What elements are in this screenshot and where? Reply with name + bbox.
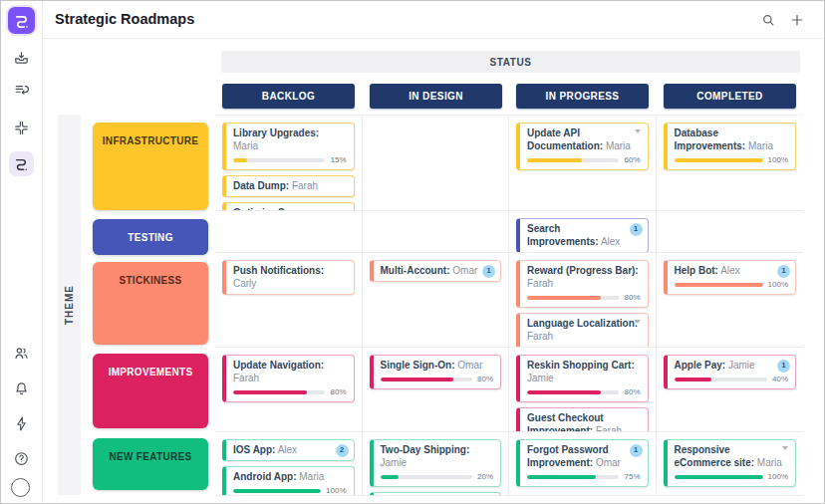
card-assignee: Farah bbox=[233, 373, 259, 383]
card-assignee: Jamie bbox=[527, 373, 554, 383]
grid-cell[interactable]: Help Bot: Alex1100% bbox=[657, 253, 804, 348]
theme-row-improvements[interactable]: IMPROVEMENTS bbox=[93, 354, 208, 428]
roadmap-card[interactable]: Two-Day Shipping: Jamie20% bbox=[370, 439, 502, 487]
roadmap-card[interactable]: Reward (Progress Bar): Farah80% bbox=[516, 260, 649, 308]
app-logo-icon[interactable] bbox=[8, 7, 35, 34]
count-badge: 1 bbox=[777, 360, 790, 373]
card-title: Library Upgrades: Maria bbox=[233, 126, 347, 152]
backlog-list-icon[interactable] bbox=[9, 78, 34, 103]
grid-cell[interactable]: Apple Pay: Jamie140% bbox=[657, 348, 804, 432]
avatar[interactable] bbox=[11, 478, 30, 497]
grid-cell[interactable]: Push Notifications: Carly bbox=[215, 253, 363, 348]
roadmap-card[interactable]: Apple Pay: Jamie140% bbox=[664, 355, 797, 389]
progress-percent: 100% bbox=[768, 155, 788, 165]
theme-row-infrastructure[interactable]: INFRASTRUCTURE bbox=[93, 123, 208, 210]
grid-cell[interactable] bbox=[363, 116, 510, 211]
card-assignee: Alex bbox=[599, 236, 621, 247]
progress-percent: 40% bbox=[772, 375, 788, 384]
roadmap-grid: Library Upgrades: Maria15%Data Dump: Far… bbox=[215, 115, 803, 496]
count-badge: 2 bbox=[336, 444, 349, 457]
card-assignee: Maria bbox=[297, 471, 325, 482]
card-assignee: Farah bbox=[289, 180, 318, 191]
progress-bar: 100% bbox=[675, 280, 789, 290]
roadmap-card[interactable]: Database Improvements: Maria100% bbox=[664, 123, 797, 170]
card-title: Responsive eCommerce site: Maria bbox=[675, 443, 789, 469]
card-title: Update API Documentation: Maria bbox=[527, 126, 641, 152]
card-assignee: Maria bbox=[603, 140, 631, 151]
card-assignee: Maria bbox=[233, 140, 258, 151]
roadmap-card[interactable]: Multi-Account: Omar1 bbox=[370, 260, 502, 282]
card-title: Database Improvements: Maria bbox=[675, 126, 789, 152]
column-header-backlog[interactable]: BACKLOG bbox=[222, 84, 355, 109]
roadmap-card[interactable]: Optimize Server Serialization: Jamie bbox=[222, 202, 355, 211]
chevron-down-icon[interactable] bbox=[782, 446, 788, 450]
column-header-in-design[interactable]: IN DESIGN bbox=[370, 84, 502, 109]
theme-row-new-features[interactable]: NEW FEATURES bbox=[93, 438, 208, 490]
chevron-down-icon[interactable] bbox=[635, 320, 641, 324]
grid-cell[interactable]: Update API Documentation: Maria60% bbox=[509, 116, 657, 211]
grid-cell[interactable]: Forgot Password Improvement: Omar175% bbox=[509, 432, 657, 496]
roadmap-card[interactable]: IOS App: Alex2 bbox=[222, 439, 355, 461]
grid-cell[interactable] bbox=[363, 211, 510, 253]
card-title: Update Navigation: Farah bbox=[233, 359, 347, 384]
collapse-icon[interactable] bbox=[9, 116, 34, 140]
card-title: Help Bot: Alex bbox=[675, 264, 789, 277]
progress-bar: 60% bbox=[527, 155, 641, 165]
theme-row-testing[interactable]: TESTING bbox=[93, 219, 208, 255]
grid-cell[interactable]: Two-Day Shipping: Jamie20%User Avatar: J… bbox=[363, 432, 510, 496]
grid-cell[interactable] bbox=[657, 211, 804, 253]
progress-percent: 100% bbox=[768, 472, 788, 482]
roadmap-card[interactable]: Push Notifications: Carly bbox=[222, 260, 355, 295]
grid-cell[interactable]: Search Improvements: Alex1 bbox=[509, 211, 657, 253]
grid-cell[interactable]: Update Navigation: Farah80% bbox=[215, 348, 363, 432]
bolt-icon[interactable] bbox=[9, 411, 34, 436]
progress-percent: 75% bbox=[624, 472, 640, 482]
plus-icon[interactable] bbox=[788, 11, 806, 29]
grid-cell[interactable] bbox=[215, 211, 363, 253]
roadmap-card[interactable]: Reskin Shopping Cart: Jamie80% bbox=[516, 355, 649, 402]
roadmap-card[interactable]: Help Bot: Alex1100% bbox=[664, 260, 797, 295]
roadmap-card[interactable]: Library Upgrades: Maria15% bbox=[222, 123, 355, 170]
roadmap-card[interactable]: Data Dump: Farah bbox=[222, 175, 355, 197]
roadmap-card[interactable]: Guest Checkout Improvement: Farah bbox=[516, 407, 649, 432]
grid-cell[interactable]: Reskin Shopping Cart: Jamie80%Guest Chec… bbox=[509, 348, 657, 432]
grid-cell[interactable]: Reward (Progress Bar): Farah80%Language … bbox=[509, 253, 657, 348]
roadmap-card[interactable]: Update API Documentation: Maria60% bbox=[516, 123, 649, 170]
card-title: Single Sign-On: Omar bbox=[381, 359, 494, 372]
card-assignee: Alex bbox=[718, 265, 740, 276]
count-badge: 1 bbox=[777, 265, 790, 278]
roadmap-icon[interactable] bbox=[9, 151, 34, 176]
help-icon[interactable] bbox=[9, 446, 34, 471]
roadmap-card[interactable]: User Avatar: Jamie bbox=[370, 492, 502, 496]
roadmap-card[interactable]: Search Improvements: Alex1 bbox=[516, 218, 649, 253]
grid-cell[interactable]: Single Sign-On: Omar80% bbox=[363, 348, 510, 432]
grid-cell[interactable]: Responsive eCommerce site: Maria100% bbox=[657, 432, 804, 496]
progress-bar: 80% bbox=[527, 293, 641, 303]
roadmap-card[interactable]: Responsive eCommerce site: Maria100% bbox=[664, 439, 797, 487]
search-icon[interactable] bbox=[759, 11, 777, 29]
roadmap-card[interactable]: Android App: Maria100% bbox=[222, 466, 355, 496]
column-header-completed[interactable]: COMPLETED bbox=[664, 84, 796, 109]
column-header-in-progress[interactable]: IN PROGRESS bbox=[516, 84, 649, 109]
theme-row-stickiness[interactable]: STICKINESS bbox=[93, 262, 208, 345]
people-icon[interactable] bbox=[9, 341, 34, 366]
chevron-down-icon[interactable] bbox=[635, 129, 641, 133]
bell-icon[interactable] bbox=[9, 377, 34, 401]
card-assignee: Omar bbox=[593, 457, 621, 468]
grid-cell[interactable]: Multi-Account: Omar1 bbox=[363, 253, 510, 348]
import-icon[interactable] bbox=[9, 46, 34, 71]
grid-cell[interactable]: IOS App: Alex2Android App: Maria100% bbox=[215, 432, 363, 496]
grid-cell[interactable]: Database Improvements: Maria100% bbox=[657, 116, 804, 211]
progress-bar: 20% bbox=[381, 472, 494, 482]
roadmap-card[interactable]: Update Navigation: Farah80% bbox=[222, 355, 355, 402]
roadmap-card[interactable]: Forgot Password Improvement: Omar175% bbox=[516, 439, 649, 487]
progress-bar: 40% bbox=[675, 375, 789, 384]
progress-percent: 80% bbox=[624, 387, 640, 397]
roadmap-card[interactable]: Single Sign-On: Omar80% bbox=[370, 355, 502, 389]
app-window: Strategic Roadmaps STATUS BACKLOG IN DES… bbox=[0, 0, 825, 504]
card-title: Reward (Progress Bar): Farah bbox=[527, 264, 641, 290]
progress-bar: 80% bbox=[233, 387, 347, 397]
roadmap-card[interactable]: Language Localization: Farah100% bbox=[516, 313, 649, 348]
top-bar: Strategic Roadmaps bbox=[42, 1, 824, 39]
grid-cell[interactable]: Library Upgrades: Maria15%Data Dump: Far… bbox=[215, 116, 363, 211]
